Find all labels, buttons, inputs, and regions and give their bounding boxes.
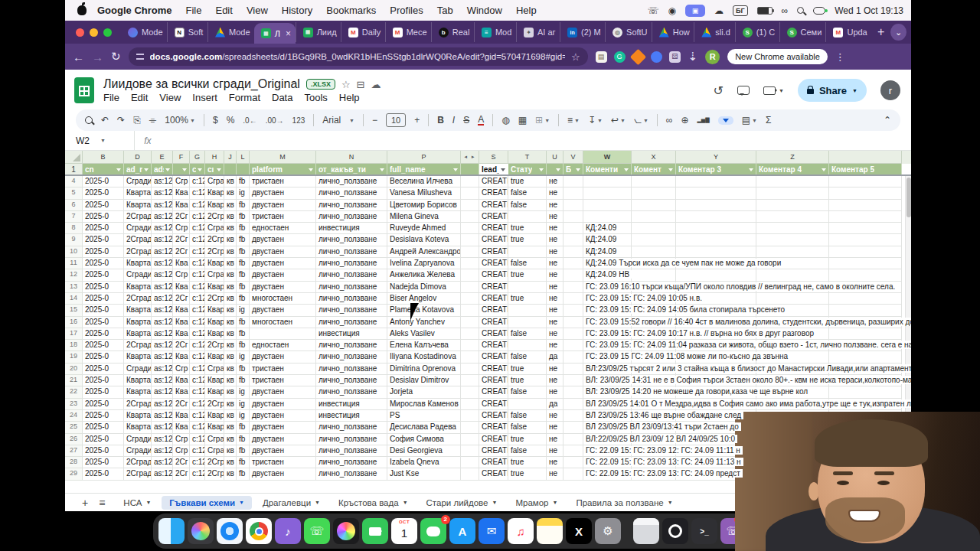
cell[interactable]: c:12 [190,234,205,246]
cell[interactable]: as:1202 [152,176,173,187]
cell[interactable]: София Симова [387,434,461,445]
column-letter-p[interactable]: P [387,151,461,164]
meet-button[interactable]: ▼ [763,86,784,95]
table-views-icon[interactable]: ▤ ▼ [742,115,757,126]
cell[interactable] [564,328,583,340]
cell[interactable]: Сград [205,269,224,281]
cell[interactable]: многостаен [250,317,316,328]
cell[interactable]: ГС: 23.09 15: ГС: 24.09 11:04 разказа си… [583,340,632,351]
filter-icon[interactable] [624,168,629,171]
cell[interactable]: fb [237,234,250,246]
column-letter-g[interactable]: G [190,151,205,164]
cell[interactable]: не [547,375,564,386]
filter-icon[interactable] [182,168,187,171]
cell[interactable]: не [547,410,564,422]
viber-icon[interactable]: ☏ [648,5,659,16]
omnibox[interactable]: docs.google.com/spreadsheets/d/1BGq9RB_0… [129,47,588,66]
cell[interactable]: двустаен [250,200,316,211]
cell[interactable]: ВЛ 23/09/25 14:01 О т Мездра,идва в Софи… [583,399,632,410]
cell[interactable]: CREATED [479,375,508,386]
cell[interactable]: Ква [173,258,190,269]
row-number[interactable]: 14 [65,293,83,305]
row-number[interactable]: 10 [65,246,83,258]
column-letter-b[interactable]: B [83,151,124,164]
header-cell[interactable] [237,164,250,174]
cell[interactable]: ВЛ 23/09/25 13:46 ще върне обаждане след [583,410,632,422]
dock-icon-whatsapp[interactable]: ☏ [304,518,330,544]
cell[interactable]: Just Kse [387,468,461,480]
cell[interactable]: кв [224,410,237,422]
cell[interactable]: false [508,351,547,363]
header-cell[interactable]: cı [205,164,224,174]
cell[interactable]: Кварт [205,351,224,363]
cell[interactable]: CREATED [479,364,508,375]
cell[interactable] [461,386,479,398]
cell[interactable]: 2Сг [173,399,190,410]
cell[interactable]: 2025-0 [83,211,124,223]
cell[interactable]: КД:24.09 Търси иска да се чуем пак не мо… [583,258,632,269]
cell[interactable]: 2Сгради [124,457,152,468]
cell[interactable]: не [547,258,564,269]
column-letter-s[interactable]: S [479,151,508,164]
column-letter-e[interactable]: E [152,151,173,164]
cell[interactable]: c:12 [190,282,205,293]
cell[interactable]: Plamena Kotavova [387,305,461,316]
column-letter-n[interactable]: N [316,151,387,164]
cell[interactable] [564,351,583,363]
cell[interactable] [564,422,583,433]
cell[interactable]: лично_ползване [316,187,387,199]
cell[interactable]: Сгради к [124,364,152,375]
metamask-icon[interactable] [629,48,645,64]
cell[interactable]: Квартали [124,410,152,422]
cell[interactable]: кв [224,457,237,468]
menubar-app-name[interactable]: Google Chrome [97,5,172,16]
cell[interactable] [564,468,583,480]
cell[interactable]: двустаен [250,351,316,363]
cell[interactable]: 2025-0 [83,305,124,316]
cell[interactable]: Десислава Радева [387,422,461,433]
cell[interactable]: fb [237,468,250,480]
tab-search-chevron-icon[interactable]: ⌄ [890,24,906,41]
cell[interactable]: инвестиция [316,399,387,410]
input-source-badge[interactable]: БГ [733,5,748,16]
cell[interactable]: true [508,234,547,246]
cell[interactable]: ig [237,351,250,363]
account-avatar[interactable]: r [880,80,900,100]
cell[interactable]: Анжелика Желева [387,269,461,281]
cell[interactable] [461,422,479,433]
header-cell[interactable]: от_какъв_ти [316,164,387,174]
cell[interactable]: не [547,282,564,293]
cell[interactable]: 2025-0 [83,410,124,422]
row-number[interactable]: 24 [65,410,83,422]
cell[interactable]: Сград [205,176,224,187]
dock-icon-system-settings[interactable]: ⚙ [595,518,621,544]
cell[interactable]: CREATED [479,399,508,410]
cell[interactable]: Кварт [205,422,224,433]
menubar-item[interactable]: Window [467,5,502,16]
cell[interactable] [508,282,547,293]
cell[interactable]: не [547,246,564,258]
cell[interactable]: c:12 [190,457,205,468]
cell[interactable]: 2025-0 [83,258,124,269]
cell[interactable]: кв [224,422,237,433]
cell[interactable]: не [547,317,564,328]
add-sheet-button[interactable]: + [82,497,88,509]
cell[interactable]: 2Сгради [124,234,152,246]
header-cell[interactable]: Б [564,164,583,174]
url-text[interactable]: docs.google.com/spreadsheets/d/1BGq9RB_0… [150,52,565,61]
text-wrap-icon[interactable]: ↩ ▼ [611,115,626,126]
cell[interactable] [508,340,547,351]
cell[interactable]: Квартали [124,422,152,433]
row-number[interactable]: 17 [65,328,83,340]
font-select[interactable]: Arial ▼ [322,115,354,126]
cell[interactable]: Biser Angelov [387,293,461,305]
cell[interactable] [829,223,902,234]
cell[interactable]: Елена Калъчева [387,340,461,351]
cell[interactable] [676,176,756,187]
cell[interactable] [756,246,829,258]
row-number[interactable]: 26 [65,434,83,445]
cell[interactable]: двустаен [250,410,316,422]
header-cell[interactable] [173,164,190,174]
cell[interactable]: fb [237,457,250,468]
cell[interactable]: не [547,422,564,433]
